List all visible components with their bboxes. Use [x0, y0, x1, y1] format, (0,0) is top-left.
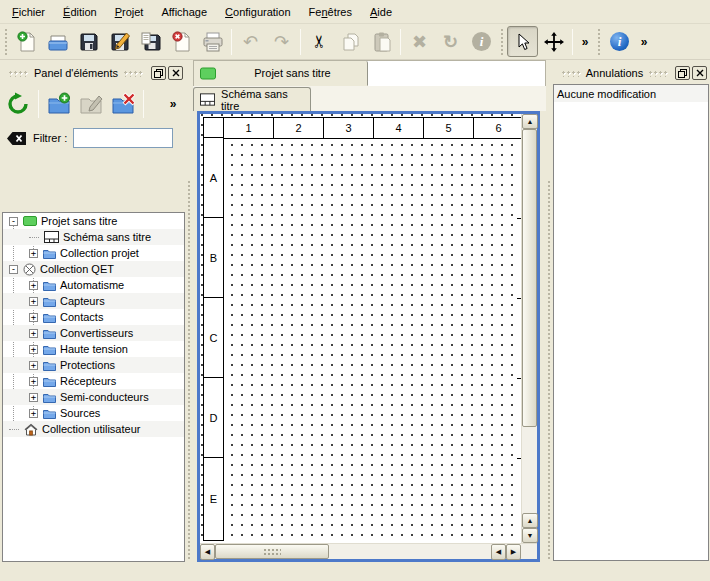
undo-panel-title: Annulations [586, 67, 644, 79]
left-dock-splitter[interactable] [186, 60, 193, 581]
close-file-button[interactable] [166, 26, 197, 57]
tree-item-sources[interactable]: + Sources [3, 405, 184, 421]
tree-item-schema[interactable]: Schéma sans titre [3, 229, 184, 245]
undo-button[interactable]: ↶ [235, 26, 266, 57]
tree-item-haute-tension[interactable]: + Haute tension [3, 341, 184, 357]
element-info-button[interactable]: i [466, 26, 497, 57]
expand-expander[interactable]: + [29, 329, 38, 338]
tree-item-convertisseurs[interactable]: + Convertisseurs [3, 325, 184, 341]
tree-item-collection-projet[interactable]: + Collection projet [3, 245, 184, 261]
schema-view[interactable]: 1 2 3 4 5 6 A B C D E [197, 111, 540, 562]
redo-button[interactable]: ↷ [266, 26, 297, 57]
scroll-left-button[interactable]: ◀ [491, 544, 506, 560]
float-panel-button[interactable] [151, 66, 166, 80]
tree-item-collection-utilisateur[interactable]: Collection utilisateur [3, 421, 184, 437]
tree-item-collection-qet[interactable]: - Collection QET [3, 261, 184, 277]
right-dock-splitter[interactable] [546, 60, 553, 581]
toolbar-extension-button[interactable]: » [635, 26, 653, 57]
expand-expander[interactable]: + [29, 345, 38, 354]
save-button[interactable] [73, 26, 104, 57]
expand-expander[interactable]: + [29, 249, 38, 258]
undo-panel-titlebar[interactable]: Annulations [553, 62, 710, 84]
schema-tabbar: Schéma sans titre [193, 86, 546, 111]
schema-sheet[interactable]: 1 2 3 4 5 6 A B C D E [200, 114, 521, 543]
scroll-up-button[interactable]: ▲ [522, 114, 538, 129]
thumb-grip-texture [263, 548, 281, 556]
float-panel-button[interactable] [675, 66, 690, 80]
toolbar-grip[interactable] [499, 27, 505, 56]
horizontal-scroll-thumb[interactable] [215, 544, 329, 559]
row-boundary-tick [517, 378, 521, 379]
print-button[interactable] [197, 26, 228, 57]
clear-filter-icon[interactable] [6, 131, 27, 146]
vertical-scroll-track[interactable] [522, 129, 537, 513]
tab-projet-sans-titre[interactable]: Projet sans titre [194, 61, 368, 86]
scroll-down-button[interactable]: ▼ [522, 528, 538, 543]
dock-handle-texture [561, 70, 581, 77]
redo-icon: ↷ [274, 33, 289, 51]
horizontal-scroll-track[interactable] [215, 544, 491, 559]
collapse-expander[interactable]: - [9, 217, 18, 226]
menu-configuration[interactable]: Configuration [216, 2, 299, 22]
expand-expander[interactable]: + [29, 393, 38, 402]
tree-item-contacts[interactable]: + Contacts [3, 309, 184, 325]
expand-expander[interactable]: + [29, 409, 38, 418]
expand-expander[interactable]: + [29, 377, 38, 386]
scroll-left-button[interactable]: ◀ [200, 544, 215, 560]
collapse-expander[interactable]: - [9, 265, 18, 274]
tree-item-semi-conducteurs[interactable]: + Semi-conducteurs [3, 389, 184, 405]
folder-plus-icon [47, 92, 71, 116]
new-category-button[interactable] [43, 88, 75, 120]
expand-expander[interactable]: + [29, 313, 38, 322]
pan-tool-button[interactable] [538, 26, 569, 57]
delete-button[interactable]: ✖ [404, 26, 435, 57]
elements-panel-titlebar[interactable]: Panel d'éléments [0, 62, 186, 84]
menu-projet[interactable]: Projet [106, 2, 153, 22]
vertical-scrollbar[interactable]: ▲ ▲ ▼ [521, 114, 537, 543]
save-as-button[interactable] [104, 26, 135, 57]
menu-fenetres[interactable]: Fenêtres [300, 2, 361, 22]
new-project-button[interactable] [11, 26, 42, 57]
scroll-right-button[interactable]: ▶ [506, 544, 521, 560]
reload-collections-button[interactable] [2, 88, 34, 120]
tab-schema-sans-titre[interactable]: Schéma sans titre [193, 87, 311, 111]
row-label: A [203, 137, 224, 218]
tree-item-projet[interactable]: - Projet sans titre [3, 213, 184, 229]
cut-button[interactable]: ✂ [304, 26, 335, 57]
expand-expander[interactable]: + [29, 297, 38, 306]
column-label: 1 [223, 117, 274, 139]
delete-category-button[interactable] [107, 88, 139, 120]
toolbar-grip[interactable] [3, 27, 9, 56]
menu-aide[interactable]: Aide [361, 2, 401, 22]
undo-list-item[interactable]: Aucune modification [554, 85, 708, 102]
close-panel-button[interactable] [168, 66, 183, 80]
toolbar-extension-button[interactable]: » [164, 88, 182, 120]
expand-expander[interactable]: + [29, 361, 38, 370]
copy-button[interactable] [335, 26, 366, 57]
edit-category-button[interactable] [75, 88, 107, 120]
expand-expander[interactable]: + [29, 281, 38, 290]
toolbar-grip[interactable] [596, 27, 602, 56]
paste-button[interactable] [366, 26, 397, 57]
tree-item-protections[interactable]: + Protections [3, 357, 184, 373]
save-all-button[interactable] [135, 26, 166, 57]
elements-tree[interactable]: - Projet sans titre Schéma sans titre + … [2, 212, 185, 562]
about-button[interactable]: i [604, 26, 635, 57]
close-panel-button[interactable] [692, 66, 707, 80]
toolbar-extension-button[interactable]: » [576, 26, 594, 57]
filter-row: Filtrer : [0, 124, 186, 152]
rotate-button[interactable]: ↻ [435, 26, 466, 57]
tree-item-recepteurs[interactable]: + Récepteurs [3, 373, 184, 389]
menu-affichage[interactable]: Affichage [152, 2, 216, 22]
menu-fichier[interactable]: Fichier [3, 2, 54, 22]
filter-input[interactable] [73, 128, 173, 148]
scroll-up-button[interactable]: ▲ [522, 513, 538, 528]
open-project-button[interactable] [42, 26, 73, 57]
undo-history-list[interactable]: Aucune modification [553, 84, 709, 561]
menu-edition[interactable]: Édition [54, 2, 106, 22]
tree-item-automatisme[interactable]: + Automatisme [3, 277, 184, 293]
horizontal-scrollbar[interactable]: ◀ ◀ ▶ [200, 543, 537, 559]
vertical-scroll-thumb[interactable] [522, 129, 537, 427]
tree-item-capteurs[interactable]: + Capteurs [3, 293, 184, 309]
select-tool-button[interactable] [507, 26, 538, 57]
